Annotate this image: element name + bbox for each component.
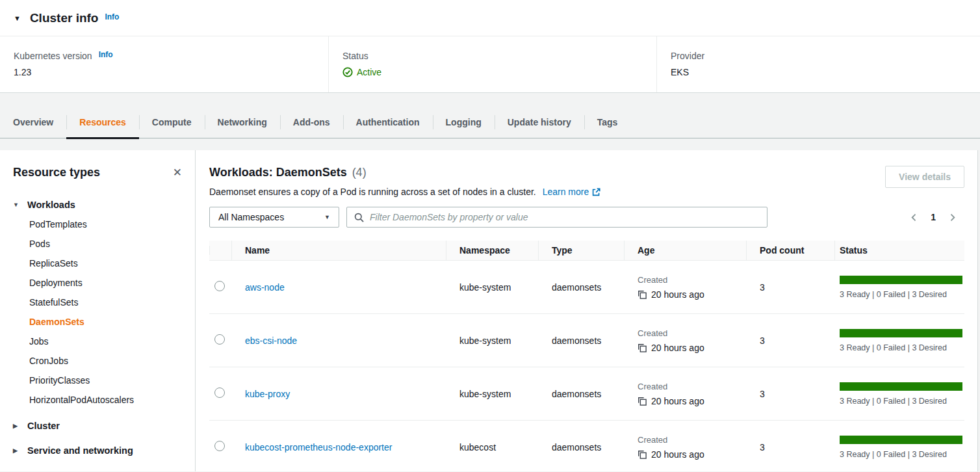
table-row[interactable]: ebs-csi-node kube-system daemonsets Crea… [209, 314, 964, 367]
kubernetes-version-field: Kubernetes version Info 1.23 [0, 36, 328, 92]
workloads-list: PodTemplatesPodsReplicaSetsDeploymentsSt… [13, 215, 185, 410]
cluster-info-link[interactable]: Info [105, 12, 119, 21]
kubernetes-version-label: Kubernetes version [14, 51, 92, 61]
panel-title: Workloads: DaemonSets [209, 166, 347, 179]
search-icon [354, 213, 364, 222]
cluster-info-header: ▼ Cluster info Info [0, 0, 980, 36]
daemonset-name-link[interactable]: ebs-csi-node [245, 335, 297, 346]
age-created-label: Created [638, 328, 746, 338]
daemonset-name-link[interactable]: kubecost-prometheus-node-exporter [245, 442, 392, 452]
sidebar-item-podtemplates[interactable]: PodTemplates [13, 215, 185, 234]
sidebar-item-horizontalpodautoscalers[interactable]: HorizontalPodAutoscalers [13, 390, 185, 410]
sidebar-item-cronjobs[interactable]: CronJobs [13, 351, 185, 371]
status-field: Status Active [328, 36, 656, 92]
caret-right-icon: ▶ [13, 447, 20, 454]
namespace-cell: kube-system [446, 335, 538, 346]
age-value: 20 hours ago [651, 449, 704, 460]
caret-right-icon: ▶ [13, 423, 20, 429]
pod-count-cell: 3 [746, 442, 834, 452]
kubernetes-version-info-link[interactable]: Info [99, 50, 113, 59]
section-label-cluster: Cluster [27, 421, 60, 431]
sidebar-section-service-and-networking[interactable]: ▶ Service and networking [13, 442, 185, 459]
tab-overview[interactable]: Overview [0, 107, 66, 138]
sidebar-item-pods[interactable]: Pods [13, 234, 185, 254]
copy-icon[interactable] [638, 290, 647, 299]
tab-authentication[interactable]: Authentication [343, 107, 433, 138]
tabs-band: OverviewResourcesComputeNetworkingAdd-on… [0, 93, 980, 138]
status-cell: 3 Ready | 0 Failed | 3 Desired [834, 276, 964, 299]
age-value: 20 hours ago [651, 396, 704, 406]
age-created-label: Created [638, 382, 746, 391]
resource-tree: ▼ Workloads PodTemplatesPodsReplicaSetsD… [13, 196, 185, 459]
tab-networking[interactable]: Networking [205, 107, 280, 138]
daemonset-name-link[interactable]: aws-node [245, 282, 285, 293]
column-header-type: Type [538, 245, 624, 256]
next-page-button[interactable] [947, 212, 958, 223]
daemonset-name-link[interactable]: kube-proxy [245, 389, 290, 399]
sidebar-item-jobs[interactable]: Jobs [13, 332, 185, 351]
caret-down-icon: ▼ [13, 202, 20, 208]
copy-icon[interactable] [638, 450, 647, 459]
tab-compute[interactable]: Compute [139, 107, 205, 138]
table-body: aws-node kube-system daemonsets Created … [209, 261, 964, 471]
item-count: (4) [352, 166, 367, 179]
tab-update-history[interactable]: Update history [495, 107, 584, 138]
table-row[interactable]: aws-node kube-system daemonsets Created … [209, 261, 964, 314]
column-header-status: Status [834, 245, 964, 256]
daemonsets-table: NameNamespaceTypeAgePod countStatus aws-… [209, 241, 964, 471]
collapse-section-icon[interactable]: ▼ [14, 14, 21, 22]
column-header-age: Age [624, 245, 746, 256]
type-cell: daemonsets [538, 442, 624, 452]
type-cell: daemonsets [538, 335, 624, 346]
column-header-namespace: Namespace [446, 245, 538, 256]
sidebar-item-daemonsets[interactable]: DaemonSets [13, 312, 185, 332]
age-cell: Created 20 hours ago [624, 328, 746, 353]
age-created-label: Created [638, 275, 746, 285]
namespace-cell: kube-system [446, 389, 538, 399]
sidebar-item-priorityclasses[interactable]: PriorityClasses [13, 371, 185, 390]
copy-icon[interactable] [638, 343, 647, 352]
tab-resources[interactable]: Resources [66, 107, 139, 138]
namespace-cell: kube-system [446, 282, 538, 293]
daemonsets-panel: Workloads: DaemonSets (4) Daemonset ensu… [196, 150, 978, 471]
status-label: Status [342, 51, 643, 61]
tab-tags[interactable]: Tags [584, 107, 631, 138]
chevron-down-icon: ▼ [324, 214, 330, 220]
status-progress-bar [840, 276, 962, 284]
row-radio[interactable] [214, 281, 225, 291]
view-details-button[interactable]: View details [885, 166, 964, 188]
tab-logging[interactable]: Logging [433, 107, 495, 138]
status-progress-bar [840, 329, 962, 337]
status-badge: Active [357, 67, 381, 77]
provider-value: EKS [671, 67, 967, 77]
copy-icon[interactable] [638, 397, 647, 406]
sidebar-item-deployments[interactable]: Deployments [13, 273, 185, 293]
column-header-pod-count: Pod count [746, 245, 834, 256]
table-header-row: NameNamespaceTypeAgePod countStatus [209, 241, 964, 261]
prev-page-button[interactable] [909, 212, 920, 223]
tab-bar: OverviewResourcesComputeNetworkingAdd-on… [0, 107, 980, 138]
table-row[interactable]: kubecost-prometheus-node-exporter kubeco… [209, 421, 964, 471]
status-check-icon [342, 67, 353, 77]
sidebar-section-cluster[interactable]: ▶ Cluster [13, 417, 185, 434]
type-cell: daemonsets [538, 389, 624, 399]
status-caption: 3 Ready | 0 Failed | 3 Desired [840, 290, 962, 299]
row-radio[interactable] [214, 334, 225, 345]
close-icon[interactable]: ✕ [170, 166, 185, 179]
search-input[interactable] [370, 212, 760, 222]
current-page[interactable]: 1 [931, 212, 936, 222]
table-row[interactable]: kube-proxy kube-system daemonsets Create… [209, 367, 964, 421]
learn-more-link[interactable]: Learn more [543, 187, 601, 197]
age-cell: Created 20 hours ago [624, 435, 746, 460]
status-cell: 3 Ready | 0 Failed | 3 Desired [834, 329, 964, 352]
tab-add-ons[interactable]: Add-ons [280, 107, 343, 138]
age-created-label: Created [638, 435, 746, 445]
sidebar-section-workloads[interactable]: ▼ Workloads [13, 196, 185, 213]
row-radio[interactable] [214, 441, 225, 451]
sidebar-item-statefulsets[interactable]: StatefulSets [13, 293, 185, 312]
namespace-select[interactable]: All Namespaces ▼ [209, 207, 339, 228]
namespace-select-value: All Namespaces [218, 212, 284, 222]
sidebar-title: Resource types [13, 166, 100, 179]
row-radio[interactable] [214, 387, 225, 398]
sidebar-item-replicasets[interactable]: ReplicaSets [13, 254, 185, 273]
